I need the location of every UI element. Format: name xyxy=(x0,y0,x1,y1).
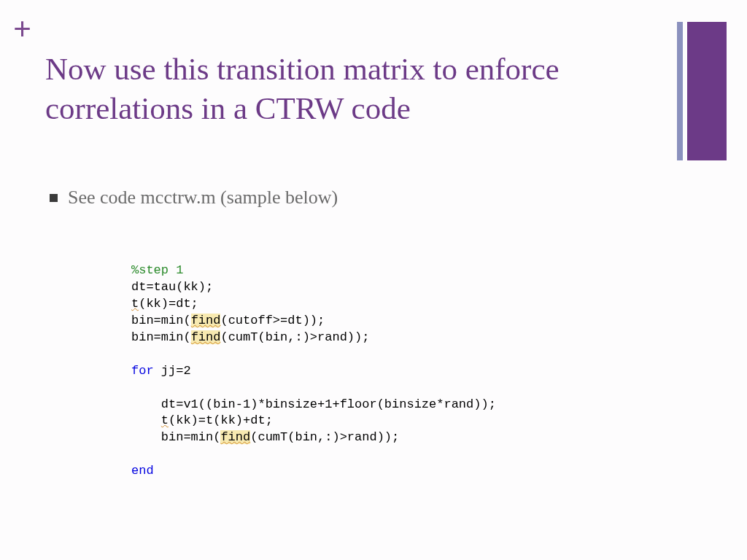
code-line: (kk)=t(kk)+dt; xyxy=(169,413,273,427)
code-keyword: for xyxy=(131,364,154,378)
code-sample: %step 1 dt=tau(kk); t(kk)=dt; bin=min(fi… xyxy=(131,262,496,480)
code-line: dt=v1((bin-1)*binsize+1+floor(binsize*ra… xyxy=(131,397,496,411)
slide-title: Now use this transition matrix to enforc… xyxy=(45,50,600,128)
code-line: bin=min( xyxy=(131,330,191,344)
decoration-bar-thick xyxy=(687,22,727,160)
bullet-text: See code mcctrw.m (sample below) xyxy=(68,187,338,209)
code-warn: t xyxy=(131,297,139,311)
code-line: dt=tau(kk); xyxy=(131,280,213,294)
code-line: bin=min( xyxy=(131,430,220,444)
plus-icon: + xyxy=(13,13,31,45)
code-highlight: find xyxy=(191,330,221,344)
code-line: (cumT(bin,:)>rand)); xyxy=(250,430,399,444)
bullet-square-icon xyxy=(50,194,58,202)
bullet-item: See code mcctrw.m (sample below) xyxy=(50,187,338,209)
decoration-bar-thin xyxy=(677,22,683,160)
code-line: (kk)=dt; xyxy=(139,297,198,311)
code-line: bin=min( xyxy=(131,314,191,327)
code-line: jj=2 xyxy=(154,364,191,378)
code-keyword: end xyxy=(131,464,154,478)
code-line xyxy=(131,413,161,427)
code-highlight: find xyxy=(220,430,250,444)
code-highlight: find xyxy=(191,314,221,327)
code-line: (cumT(bin,:)>rand)); xyxy=(220,330,369,344)
code-line: (cutoff>=dt)); xyxy=(220,314,325,327)
code-warn: t xyxy=(161,413,169,427)
code-comment: %step 1 xyxy=(131,263,183,277)
slide-decoration xyxy=(677,22,727,160)
